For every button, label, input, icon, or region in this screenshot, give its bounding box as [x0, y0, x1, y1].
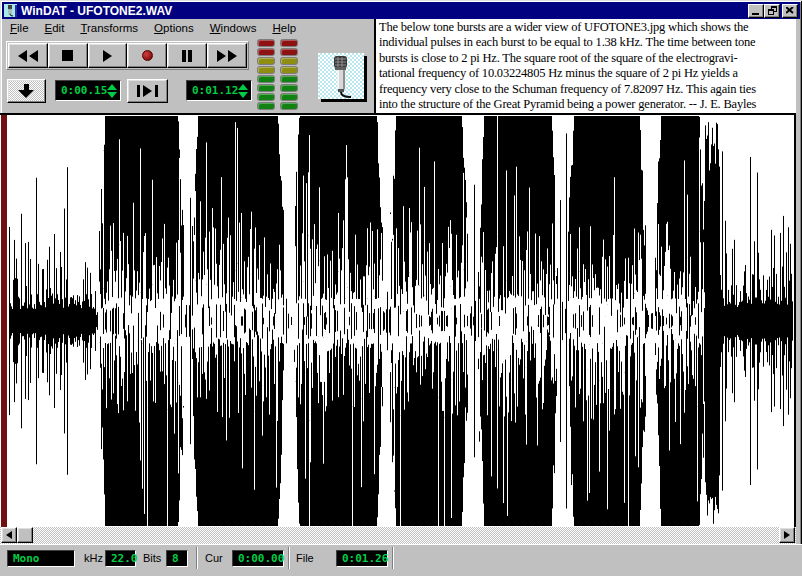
menu-options[interactable]: Options	[146, 20, 202, 36]
windat-window: WinDAT - UFOTONE2.WAV File Edit Transfor…	[0, 0, 802, 576]
led-segment	[258, 49, 274, 55]
minimize-button[interactable]	[748, 4, 764, 18]
rewind-icon	[18, 50, 27, 62]
led-segment	[281, 76, 297, 82]
statusbar: Mono kHz 22.0 Bits 8 Cur 0:00.00 File 0:…	[0, 544, 802, 571]
file-label: File	[296, 552, 314, 564]
cur-label: Cur	[205, 552, 223, 564]
file-display: 0:01.26	[336, 550, 388, 567]
led-segment	[258, 103, 274, 109]
bits-display: 8	[166, 550, 188, 567]
menu-transforms[interactable]: Transforms	[72, 20, 146, 36]
record-to-disk-button[interactable]	[7, 79, 46, 103]
khz-label: kHz	[84, 552, 103, 564]
mode-value: Mono	[8, 552, 40, 565]
led-segment	[281, 40, 297, 46]
spin-down-icon	[107, 92, 117, 98]
spin-down-icon	[238, 92, 248, 98]
record-icon	[142, 50, 153, 61]
position-spinner[interactable]	[107, 84, 117, 98]
position-value: 0:00.15	[56, 84, 107, 97]
statusbar-divider	[288, 547, 290, 569]
led-segment	[258, 76, 274, 82]
scroll-left-button[interactable]	[1, 527, 17, 543]
menu-file[interactable]: File	[2, 20, 37, 36]
led-segment	[281, 58, 297, 64]
microphone-icon	[4, 4, 17, 17]
horizontal-scrollbar[interactable]	[0, 527, 796, 544]
window-title: WinDAT - UFOTONE2.WAV	[21, 4, 172, 18]
annotation-text: The below tone bursts are a wider view o…	[376, 19, 796, 113]
rewind-button[interactable]	[8, 43, 48, 68]
menu-help[interactable]: Help	[264, 20, 304, 36]
titlebar: WinDAT - UFOTONE2.WAV	[2, 2, 800, 19]
transport-controls	[6, 41, 249, 70]
close-button[interactable]	[782, 4, 798, 18]
led-segment	[281, 85, 297, 91]
khz-display: 22.0	[105, 550, 136, 567]
khz-value: 22.0	[106, 552, 138, 565]
annotation-note: The below tone bursts are a wider view o…	[374, 19, 796, 113]
close-icon	[786, 7, 794, 14]
pause-button[interactable]	[167, 43, 207, 68]
led-segment	[281, 94, 297, 100]
play-selection-icon	[137, 85, 140, 97]
bits-value: 8	[167, 552, 179, 565]
restore-icon	[768, 6, 777, 15]
length-spinner[interactable]	[238, 84, 248, 98]
pause-icon	[182, 50, 186, 62]
microphone-panel	[318, 53, 364, 99]
toolbar: 0:00.15 0:01.12	[2, 37, 374, 113]
spin-up-icon	[238, 84, 248, 90]
arrow-right-icon	[784, 531, 790, 539]
window-bottom-border	[0, 571, 802, 576]
restore-button[interactable]	[764, 4, 780, 18]
position-display: 0:00.15	[55, 80, 121, 101]
led-segment	[258, 94, 274, 100]
minimize-icon	[752, 13, 759, 15]
stop-icon	[62, 50, 73, 61]
stop-button[interactable]	[48, 43, 88, 68]
play-button[interactable]	[88, 43, 128, 68]
arrow-left-icon	[6, 531, 12, 539]
bits-label: Bits	[143, 552, 161, 564]
fast-forward-icon	[217, 50, 226, 62]
scroll-right-button[interactable]	[779, 527, 795, 543]
led-segment	[258, 67, 274, 73]
length-value: 0:01.12	[187, 84, 238, 97]
statusbar-divider	[196, 547, 198, 569]
statusbar-divider	[392, 547, 394, 569]
menu-edit[interactable]: Edit	[37, 20, 73, 36]
led-segment	[281, 67, 297, 73]
cur-display: 0:00.00	[232, 550, 284, 567]
led-segment	[281, 49, 297, 55]
file-value: 0:01.26	[337, 552, 388, 565]
download-arrow-icon	[18, 84, 35, 98]
fast-forward-button[interactable]	[207, 43, 247, 68]
spin-up-icon	[107, 84, 117, 90]
play-icon	[103, 50, 112, 62]
led-segment	[258, 85, 274, 91]
scroll-thumb[interactable]	[17, 527, 33, 543]
led-meter	[258, 40, 297, 109]
led-segment	[281, 103, 297, 109]
led-segment	[258, 58, 274, 64]
play-selection-button[interactable]	[127, 79, 168, 103]
menu-windows[interactable]: Windows	[202, 20, 265, 36]
mode-display: Mono	[7, 550, 75, 567]
length-display: 0:01.12	[186, 80, 252, 101]
microphone-icon	[318, 53, 364, 99]
record-button[interactable]	[127, 43, 167, 68]
waveform-canvas[interactable]	[7, 116, 793, 526]
waveform-panel	[0, 113, 796, 527]
led-segment	[258, 40, 274, 46]
cur-value: 0:00.00	[233, 552, 284, 565]
